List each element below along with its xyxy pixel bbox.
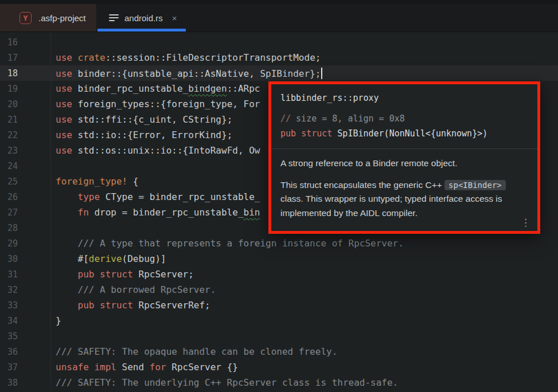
line-number: 31 [0,269,50,280]
code-text: /// SAFETY: The opaque handle can be clo… [50,346,337,357]
code-token: use [56,99,72,109]
code-token [296,128,301,139]
line-number: 32 [0,285,50,295]
line-number: 34 [0,316,50,326]
code-text: use std::ffi::{c_uint, CString}; [50,114,232,125]
line-number: 30 [0,254,50,264]
code-text: pub struct RpcServerRef; [50,300,210,311]
line-number: 16 [0,37,50,48]
code-token: for [150,362,166,373]
code-token [56,300,78,311]
code-token: use [56,145,72,156]
file-icon [109,14,119,21]
code-text: use std::io::{Error, ErrorKind}; [50,130,232,140]
code-text: use foreign_types::{foreign_type, For [50,99,260,109]
code-line[interactable]: 29 /// A type that represents a foreign … [0,236,558,251]
code-token [56,191,78,202]
tab-close-icon[interactable]: × [172,14,177,22]
text-cursor [321,68,322,79]
code-token: ::ARpc [227,83,260,94]
code-token: foreign_type! [56,176,127,187]
code-text: #[derive(Debug)] [50,253,166,264]
project-tab[interactable]: Y .asfp-project [0,4,96,32]
code-text: fn drop = binder_rpc_unstable_bin [50,207,260,218]
code-token: binder::{unstable_api::AsNative, SpIBind… [72,68,321,79]
code-line[interactable]: 35 [0,328,558,344]
code-token: Send [116,362,150,373]
code-token: } [56,315,61,326]
code-line[interactable]: 37unsafe impl Send for RpcServer {} [0,359,558,375]
project-y-icon: Y [19,12,32,24]
line-number: 23 [0,146,50,156]
code-token: pub [280,128,296,139]
tab-label: android.rs [124,13,163,23]
code-token [89,362,95,373]
code-token: RpcServer {} [166,362,238,373]
code-line[interactable]: 33 pub struct RpcServerRef; [0,297,558,313]
more-menu-icon[interactable]: ⋮ [521,218,530,228]
code-token [56,207,78,218]
code-token: RpcServerRef; [133,300,210,311]
line-number: 33 [0,300,50,311]
code-token: /// A borrowed RpcServer. [56,284,216,295]
code-token: use [56,130,72,140]
active-tab-indicator [97,29,186,32]
line-number: 28 [0,223,50,233]
code-text: use std::os::unix::io::{IntoRawFd, Ow [50,145,260,156]
description-paragraph-1: A strong reference to a Binder remote ob… [280,156,528,171]
tab-android-rs[interactable]: android.rs × [96,4,187,32]
code-token: std::os::unix::io::{IntoRawFd, Ow [72,145,260,156]
code-token: binder_rpc_unstable_ [72,83,188,94]
code-token: impl [94,362,116,373]
code-token: fn [78,207,89,218]
code-text: /// A borrowed RpcServer. [50,284,216,295]
code-line[interactable]: 36/// SAFETY: The opaque handle can be c… [0,344,558,359]
line-number: 24 [0,161,50,171]
code-line[interactable]: 18use binder::{unstable_api::AsNative, S… [0,65,558,81]
code-token: drop = binder_rpc_unstable_ [89,207,244,218]
line-number: 36 [0,347,50,357]
code-line[interactable]: 38/// SAFETY: The underlying C++ RpcServ… [0,375,558,390]
line-number: 26 [0,192,50,202]
code-line[interactable]: 31 pub struct RpcServer; [0,266,558,282]
code-token: use [56,83,72,94]
code-token: { [127,176,138,187]
popup-description: A strong reference to a Binder remote ob… [271,149,537,220]
code-line[interactable]: 34} [0,313,558,328]
code-token: /// SAFETY: The opaque handle can be clo… [56,346,337,357]
code-line[interactable]: 16 [0,34,558,50]
code-text: pub struct RpcServer; [50,269,194,280]
line-number: 37 [0,362,50,373]
code-token: SpIBinder(NonNull<{unknown}>) [332,128,487,139]
code-line[interactable]: 30 #[derive(Debug)] [0,251,558,266]
code-token: struct [301,128,332,139]
code-line[interactable]: 32 /// A borrowed RpcServer. [0,282,558,297]
code-token: foreign_types::{foreign_type, For [72,99,260,109]
code-token: #[ [56,253,89,264]
code-editor[interactable]: 1617use crate::session::FileDescriptorTr… [0,32,558,391]
code-line[interactable]: 17use crate::session::FileDescriptorTran… [0,50,558,65]
code-token: use [56,114,72,125]
code-token: CType = binder_rpc_unstable_ [100,191,260,202]
line-number: 17 [0,53,50,63]
line-number: 35 [0,331,50,342]
line-number: 29 [0,238,50,249]
line-number: 19 [0,84,50,94]
code-token [94,269,100,280]
code-token: crate [78,52,106,63]
code-text: /// A type that represents a foreign ins… [50,238,404,249]
code-token: std::ffi::{c_uint, CString}; [72,114,232,125]
code-token: type [78,191,100,202]
code-text: use binder::{unstable_api::AsNative, SpI… [50,68,322,79]
code-token: struct [100,269,133,280]
code-text: use crate::session::FileDescriptorTransp… [50,52,321,63]
code-token: (Debug)] [122,253,166,264]
code-token: pub [78,269,95,280]
code-token: /// A type that represents a foreign ins… [56,238,404,249]
code-token: use [56,52,72,63]
code-token [72,52,78,63]
code-token: /// SAFETY: The underlying C++ RpcServer… [56,377,398,388]
line-number: 38 [0,378,50,388]
code-token: struct [100,300,133,311]
line-number: 25 [0,177,50,187]
